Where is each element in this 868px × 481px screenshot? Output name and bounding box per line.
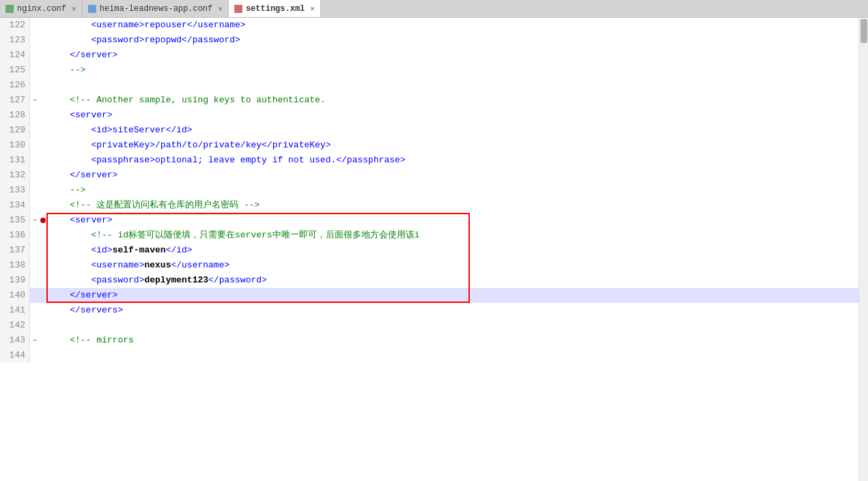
line-content: <id>self-maven</id> — [46, 243, 858, 258]
breakpoint-area — [40, 138, 46, 153]
line-number: 124 — [0, 48, 30, 63]
table-row: 131 <passphrase>optional; leave empty if… — [0, 153, 858, 168]
editor-window: nginx.conf ✕ heima-leadnews-app.conf ✕ s… — [0, 0, 868, 481]
line-number: 141 — [0, 303, 30, 318]
fold-button[interactable]: − — [30, 333, 40, 348]
tab-settings-close[interactable]: ✕ — [310, 4, 315, 13]
fold-button — [30, 303, 40, 318]
settings-icon — [234, 5, 242, 13]
breakpoint-area — [40, 333, 46, 348]
fold-button — [30, 63, 40, 78]
line-content: </servers> — [46, 303, 858, 318]
fold-button — [30, 258, 40, 273]
breakpoint-area — [40, 213, 46, 228]
fold-button — [30, 138, 40, 153]
line-number: 136 — [0, 228, 30, 243]
line-number: 131 — [0, 153, 30, 168]
table-row: 137 <id>self-maven</id> — [0, 243, 858, 258]
tab-settings[interactable]: settings.xml ✕ — [229, 0, 321, 17]
line-content — [46, 318, 858, 333]
breakpoint-area — [40, 63, 46, 78]
breakpoint-area — [40, 348, 46, 363]
fold-button — [30, 153, 40, 168]
table-row: 130 <privateKey>/path/to/private/key</pr… — [0, 138, 858, 153]
line-number: 127 — [0, 93, 30, 108]
line-content: <privateKey>/path/to/private/key</privat… — [46, 138, 858, 153]
tab-heima-close[interactable]: ✕ — [218, 4, 223, 13]
fold-button — [30, 108, 40, 123]
line-content: </server> — [46, 168, 858, 183]
table-row: 129 <id>siteServer</id> — [0, 123, 858, 138]
line-content: <password>repopwd</password> — [46, 33, 858, 48]
breakpoint-area — [40, 48, 46, 63]
breakpoint-area — [40, 108, 46, 123]
table-row: 133 --> — [0, 183, 858, 198]
tab-nginx-close[interactable]: ✕ — [72, 4, 76, 13]
fold-button — [30, 123, 40, 138]
breakpoint-area — [40, 78, 46, 93]
line-number: 129 — [0, 123, 30, 138]
fold-button[interactable]: − — [30, 213, 40, 228]
breakpoint-area — [40, 33, 46, 48]
line-number: 128 — [0, 108, 30, 123]
table-row: 126 — [0, 78, 858, 93]
heima-icon — [88, 5, 96, 13]
line-content: </server> — [46, 48, 858, 63]
line-content — [46, 348, 858, 363]
line-content: <passphrase>optional; leave empty if not… — [46, 153, 858, 168]
scrollbar-thumb[interactable] — [860, 19, 867, 43]
breakpoint-area — [40, 288, 46, 303]
line-content — [46, 78, 858, 93]
fold-button — [30, 198, 40, 213]
table-row: 142 — [0, 318, 858, 333]
table-row: 128 <server> — [0, 108, 858, 123]
fold-button — [30, 273, 40, 288]
line-number: 142 — [0, 318, 30, 333]
breakpoint-area — [40, 198, 46, 213]
table-row: 135− <server> — [0, 213, 858, 228]
line-number: 144 — [0, 348, 30, 363]
fold-button — [30, 243, 40, 258]
line-content: </server> — [46, 288, 858, 303]
table-row: 138 <username>nexus</username> — [0, 258, 858, 273]
tab-heima[interactable]: heima-leadnews-app.conf ✕ — [83, 0, 229, 17]
code-lines: 122 <username>repouser</username>123 <pa… — [0, 18, 858, 481]
line-number: 134 — [0, 198, 30, 213]
line-number: 122 — [0, 18, 30, 33]
fold-button — [30, 78, 40, 93]
line-number: 123 — [0, 33, 30, 48]
fold-button[interactable]: − — [30, 93, 40, 108]
tab-nginx[interactable]: nginx.conf ✕ — [0, 0, 83, 17]
line-number: 130 — [0, 138, 30, 153]
table-row: 143− <!-- mirrors — [0, 333, 858, 348]
breakpoint-area — [40, 258, 46, 273]
breakpoint-area — [40, 318, 46, 333]
line-number: 139 — [0, 273, 30, 288]
line-content: <!-- mirrors — [46, 333, 858, 348]
fold-button — [30, 348, 40, 363]
fold-button — [30, 228, 40, 243]
scrollbar-vertical[interactable] — [858, 18, 868, 481]
line-number: 126 — [0, 78, 30, 93]
line-content: <!-- 这是配置访问私有仓库的用户名密码 --> — [46, 198, 858, 213]
table-row: 141 </servers> — [0, 303, 858, 318]
breakpoint-area — [40, 228, 46, 243]
breakpoint-area — [40, 183, 46, 198]
nginx-icon — [5, 5, 14, 13]
fold-button — [30, 33, 40, 48]
tab-heima-label: heima-leadnews-app.conf — [100, 4, 213, 14]
line-number: 137 — [0, 243, 30, 258]
breakpoint-area — [40, 123, 46, 138]
table-row: 127− <!-- Another sample, using keys to … — [0, 93, 858, 108]
fold-button — [30, 318, 40, 333]
table-row: 122 <username>repouser</username> — [0, 18, 858, 33]
table-row: 140 </server> — [0, 288, 858, 303]
line-content: <id>siteServer</id> — [46, 123, 858, 138]
line-content: <server> — [46, 108, 858, 123]
fold-button — [30, 288, 40, 303]
breakpoint-area — [40, 303, 46, 318]
fold-button — [30, 168, 40, 183]
line-number: 143 — [0, 333, 30, 348]
table-row: 125 --> — [0, 63, 858, 78]
line-number: 138 — [0, 258, 30, 273]
